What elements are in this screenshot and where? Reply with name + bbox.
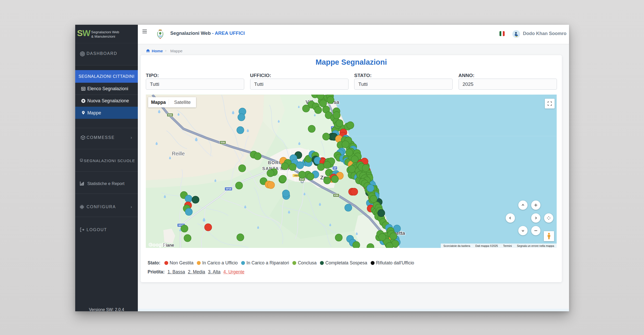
svg-text:E55: E55: [168, 114, 172, 116]
svg-text:SP28: SP28: [226, 188, 231, 190]
svg-text:SP: SP: [333, 167, 336, 169]
svg-text:Atri: Atri: [294, 174, 298, 177]
svg-text:E55: E55: [221, 141, 225, 144]
svg-text:Reille: Reille: [172, 151, 185, 156]
svg-text:Google: Google: [149, 242, 166, 247]
svg-text:E55: E55: [334, 194, 338, 197]
